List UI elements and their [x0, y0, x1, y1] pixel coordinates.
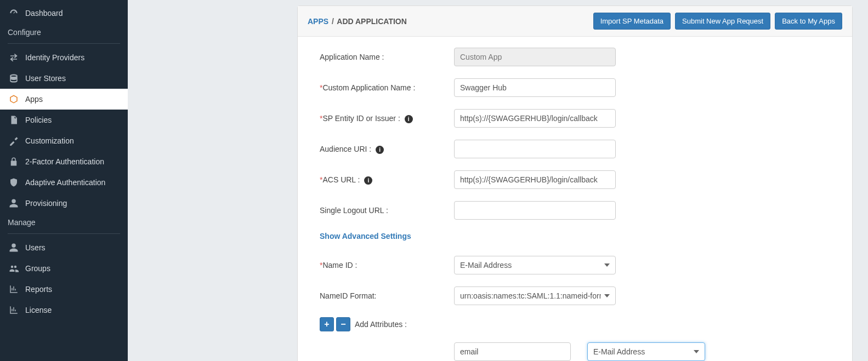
row-show-advanced: Show Advanced Settings — [320, 232, 830, 240]
sidebar-item-dashboard[interactable]: Dashboard — [0, 3, 128, 24]
sidebar-item-policies[interactable]: Policies — [0, 110, 128, 130]
sidebar-item-2fa[interactable]: 2-Factor Authentication — [0, 151, 128, 172]
row-name-id: *Name ID : E-Mail Address — [320, 256, 830, 274]
sidebar-item-customization[interactable]: Customization — [0, 130, 128, 151]
chart-icon — [8, 305, 20, 315]
users-icon — [8, 263, 20, 273]
remove-attribute-button[interactable]: − — [336, 317, 350, 331]
breadcrumb-separator: / — [332, 17, 334, 26]
header-buttons: Import SP Metadata Submit New App Reques… — [593, 13, 842, 30]
sidebar-item-label: Provisioning — [25, 199, 67, 208]
select-attribute-value[interactable]: E-Mail Address — [587, 342, 705, 361]
add-attribute-button[interactable]: + — [320, 317, 334, 331]
shield-icon — [8, 177, 20, 187]
panel: APPS / ADD APPLICATION Import SP Metadat… — [297, 5, 853, 361]
label-application-name: Application Name : — [320, 53, 454, 61]
info-icon[interactable]: i — [364, 176, 372, 185]
input-slo-url[interactable] — [454, 201, 616, 220]
sidebar-item-label: Policies — [25, 116, 52, 124]
show-advanced-settings-link[interactable]: Show Advanced Settings — [320, 232, 411, 240]
breadcrumb-apps-link[interactable]: APPS — [308, 17, 328, 26]
input-attribute-key[interactable] — [454, 342, 571, 361]
sidebar-item-label: Dashboard — [25, 9, 63, 18]
info-icon[interactable]: i — [376, 146, 384, 154]
sidebar-item-label: Identity Providers — [25, 53, 84, 62]
sidebar-item-label: User Stores — [25, 74, 66, 83]
sidebar-item-groups[interactable]: Groups — [0, 258, 128, 279]
input-application-name — [454, 48, 616, 66]
sidebar-item-user-stores[interactable]: User Stores — [0, 68, 128, 89]
sidebar-item-label: Customization — [25, 136, 74, 145]
database-icon — [8, 73, 20, 83]
submit-new-app-request-button[interactable]: Submit New App Request — [675, 13, 770, 30]
sidebar-item-label: Groups — [25, 264, 50, 273]
input-audience-uri[interactable] — [454, 140, 616, 158]
label-custom-app-name: *Custom Application Name : — [320, 83, 454, 92]
sidebar-item-label: Reports — [25, 285, 52, 294]
panel-header: APPS / ADD APPLICATION Import SP Metadat… — [298, 6, 852, 37]
sidebar-item-apps[interactable]: Apps — [0, 89, 128, 110]
label-sp-entity: *SP Entity ID or Issuer : i — [320, 114, 454, 123]
row-acs-url: *ACS URL : i — [320, 170, 830, 189]
sidebar-item-label: Users — [25, 243, 46, 252]
sidebar-item-label: 2-Factor Authentication — [25, 157, 104, 166]
user-icon — [8, 198, 20, 208]
wrench-icon — [8, 136, 20, 146]
row-custom-app-name: *Custom Application Name : — [320, 78, 830, 97]
sidebar-item-users[interactable]: Users — [0, 237, 128, 258]
select-nameid-format[interactable]: urn:oasis:names:tc:SAML:1.1:nameid-forma… — [454, 286, 616, 305]
dashboard-icon — [8, 8, 20, 18]
sidebar: Dashboard Configure Identity Providers U… — [0, 0, 128, 361]
sidebar-section-manage: Manage — [0, 214, 128, 231]
row-attribute-entry: E-Mail Address — [454, 342, 830, 361]
sidebar-item-provisioning[interactable]: Provisioning — [0, 193, 128, 214]
sidebar-item-label: Adaptive Authentication — [25, 178, 105, 187]
sidebar-divider — [8, 233, 120, 234]
label-audience-uri: Audience URI : i — [320, 145, 454, 154]
lock-icon — [8, 157, 20, 167]
main-content: APPS / ADD APPLICATION Import SP Metadat… — [128, 0, 868, 361]
exchange-icon — [8, 53, 20, 62]
sidebar-item-label: Apps — [25, 95, 43, 104]
sidebar-item-license[interactable]: License — [0, 300, 128, 320]
sidebar-divider — [8, 43, 120, 44]
back-to-my-apps-button[interactable]: Back to My Apps — [775, 13, 842, 30]
row-sp-entity: *SP Entity ID or Issuer : i — [320, 109, 830, 128]
user-icon — [8, 243, 20, 253]
sidebar-item-adaptive-auth[interactable]: Adaptive Authentication — [0, 172, 128, 193]
sidebar-item-label: License — [25, 306, 52, 314]
label-nameid-format: NameID Format: — [320, 291, 454, 300]
panel-body: Application Name : *Custom Application N… — [298, 37, 852, 361]
sidebar-item-identity-providers[interactable]: Identity Providers — [0, 47, 128, 68]
import-sp-metadata-button[interactable]: Import SP Metadata — [593, 13, 671, 30]
breadcrumb-current: ADD APPLICATION — [337, 17, 407, 26]
select-name-id[interactable]: E-Mail Address — [454, 256, 616, 274]
input-custom-app-name[interactable] — [454, 78, 616, 97]
label-slo-url: Single Logout URL : — [320, 206, 454, 215]
row-nameid-format: NameID Format: urn:oasis:names:tc:SAML:1… — [320, 286, 830, 305]
row-application-name: Application Name : — [320, 48, 830, 66]
document-icon — [8, 115, 20, 125]
sidebar-section-configure: Configure — [0, 24, 128, 41]
chart-icon — [8, 284, 20, 294]
breadcrumb: APPS / ADD APPLICATION — [308, 17, 407, 26]
label-add-attributes: Add Attributes : — [355, 320, 407, 329]
label-name-id: *Name ID : — [320, 261, 454, 270]
input-sp-entity[interactable] — [454, 109, 616, 128]
label-acs-url: *ACS URL : i — [320, 175, 454, 185]
input-acs-url[interactable] — [454, 170, 616, 189]
row-add-attributes: + − Add Attributes : — [320, 317, 830, 331]
info-icon[interactable]: i — [405, 115, 413, 123]
sidebar-item-reports[interactable]: Reports — [0, 279, 128, 300]
row-audience-uri: Audience URI : i — [320, 140, 830, 158]
row-slo-url: Single Logout URL : — [320, 201, 830, 220]
cube-icon — [8, 94, 20, 104]
